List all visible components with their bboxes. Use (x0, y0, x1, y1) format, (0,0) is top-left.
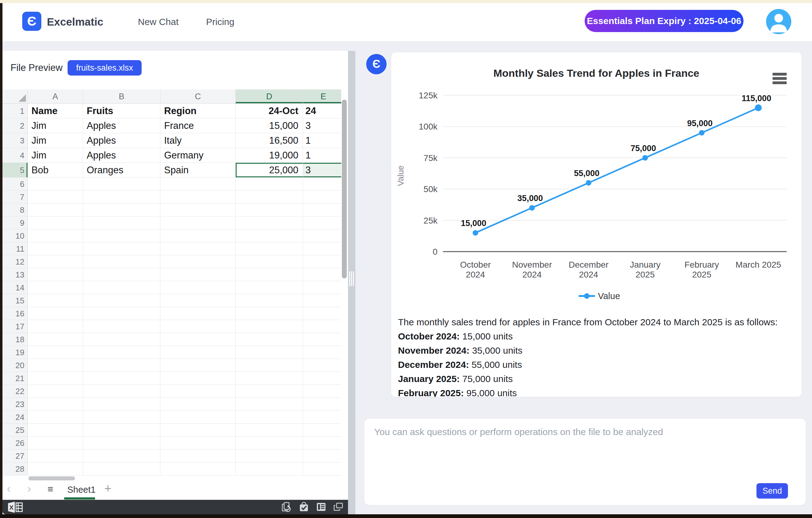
cell-B11[interactable] (83, 242, 161, 255)
cell-A14[interactable] (28, 281, 83, 294)
row-header-11[interactable]: 11 (2, 242, 28, 255)
cell-C19[interactable] (161, 346, 236, 359)
cell-E20[interactable] (303, 359, 341, 372)
cell-E15[interactable] (303, 294, 341, 307)
row-header-7[interactable]: 7 (2, 190, 28, 204)
cell-D3[interactable]: 16,500 (236, 133, 303, 148)
row-header-22[interactable]: 22 (2, 385, 28, 398)
cell-D23[interactable] (236, 398, 303, 411)
vertical-scrollbar[interactable] (342, 100, 347, 278)
horizontal-scrollbar[interactable] (28, 476, 75, 480)
cell-C4[interactable]: Germany (161, 148, 236, 163)
cell-D7[interactable] (236, 190, 303, 204)
panel-resize-divider[interactable] (348, 51, 355, 514)
cell-E28[interactable] (303, 462, 341, 476)
row-header-26[interactable]: 26 (2, 436, 28, 450)
cell-B6[interactable] (83, 178, 161, 190)
chat-input[interactable] (374, 426, 794, 480)
cell-D26[interactable] (236, 436, 303, 450)
cell-A19[interactable] (28, 346, 83, 359)
cell-D11[interactable] (236, 242, 303, 255)
row-header-10[interactable]: 10 (2, 230, 28, 242)
cell-C8[interactable] (161, 204, 236, 216)
cell-E14[interactable] (303, 281, 341, 294)
cell-E9[interactable] (303, 216, 341, 230)
cell-A21[interactable] (28, 372, 83, 385)
sheet-prev-icon[interactable]: ‹ (7, 482, 11, 495)
cell-E8[interactable] (303, 204, 341, 216)
plan-expiry-button[interactable]: Essentials Plan Expiry : 2025-04-06 (585, 10, 744, 32)
row-header-1[interactable]: 1 (2, 103, 28, 118)
row-header-28[interactable]: 28 (2, 462, 28, 476)
cell-C7[interactable] (161, 190, 236, 204)
cell-D13[interactable] (236, 268, 303, 281)
row-header-21[interactable]: 21 (2, 372, 28, 385)
cell-A12[interactable] (28, 255, 83, 268)
cell-D19[interactable] (236, 346, 303, 359)
cell-C27[interactable] (161, 450, 236, 462)
copy-refresh-icon[interactable] (282, 502, 292, 512)
cell-B21[interactable] (83, 372, 161, 385)
cell-C28[interactable] (161, 462, 236, 476)
cell-E23[interactable] (303, 398, 341, 411)
row-header-24[interactable]: 24 (2, 411, 28, 424)
cell-E7[interactable] (303, 190, 341, 204)
cell-D6[interactable] (236, 178, 303, 190)
cell-A6[interactable] (28, 178, 83, 190)
cell-E27[interactable] (303, 450, 341, 462)
excelmatic-logo-icon[interactable]: Є (22, 12, 41, 31)
cell-B14[interactable] (83, 281, 161, 294)
cell-C2[interactable]: France (161, 118, 236, 133)
cell-A9[interactable] (28, 216, 83, 230)
cell-B2[interactable]: Apples (83, 118, 161, 133)
row-header-19[interactable]: 19 (2, 346, 28, 359)
cell-A16[interactable] (28, 307, 83, 320)
cell-B12[interactable] (83, 255, 161, 268)
cell-B19[interactable] (83, 346, 161, 359)
cell-E18[interactable] (303, 333, 341, 346)
cell-C13[interactable] (161, 268, 236, 281)
cell-C20[interactable] (161, 359, 236, 372)
cell-C6[interactable] (161, 178, 236, 190)
row-header-4[interactable]: 4 (2, 148, 28, 163)
cell-E11[interactable] (303, 242, 341, 255)
cell-B17[interactable] (83, 320, 161, 333)
cell-A11[interactable] (28, 242, 83, 255)
cell-B15[interactable] (83, 294, 161, 307)
cell-D9[interactable] (236, 216, 303, 230)
cell-B13[interactable] (83, 268, 161, 281)
cell-C16[interactable] (161, 307, 236, 320)
cell-B5[interactable]: Oranges (83, 163, 161, 178)
cell-A1[interactable]: Name (28, 103, 83, 118)
column-header-E[interactable]: E (303, 89, 341, 103)
cell-B3[interactable]: Apples (83, 133, 161, 148)
cell-C15[interactable] (161, 294, 236, 307)
cell-D10[interactable] (236, 230, 303, 242)
cell-A7[interactable] (28, 190, 83, 204)
cell-B9[interactable] (83, 216, 161, 230)
cell-B10[interactable] (83, 230, 161, 242)
cell-E22[interactable] (303, 385, 341, 398)
cell-C9[interactable] (161, 216, 236, 230)
row-header-27[interactable]: 27 (2, 450, 28, 462)
cell-A28[interactable] (28, 462, 83, 476)
cell-D17[interactable] (236, 320, 303, 333)
cell-E19[interactable] (303, 346, 341, 359)
cell-E5[interactable]: 3 (303, 163, 341, 178)
cell-A27[interactable] (28, 450, 83, 462)
filename-badge[interactable]: fruits-sales.xlsx (67, 60, 142, 75)
cell-D14[interactable] (236, 281, 303, 294)
cell-D15[interactable] (236, 294, 303, 307)
column-header-B[interactable]: B (83, 89, 161, 103)
cell-D5[interactable]: 25,000 (236, 163, 303, 178)
sheet-menu-icon[interactable]: ≡ (48, 484, 53, 495)
cell-D12[interactable] (236, 255, 303, 268)
cell-B8[interactable] (83, 204, 161, 216)
cell-D2[interactable]: 15,000 (236, 118, 303, 133)
user-avatar[interactable] (766, 9, 791, 34)
cell-C22[interactable] (161, 385, 236, 398)
cell-C25[interactable] (161, 424, 236, 436)
cell-B23[interactable] (83, 398, 161, 411)
cell-A10[interactable] (28, 230, 83, 242)
cell-A23[interactable] (28, 398, 83, 411)
